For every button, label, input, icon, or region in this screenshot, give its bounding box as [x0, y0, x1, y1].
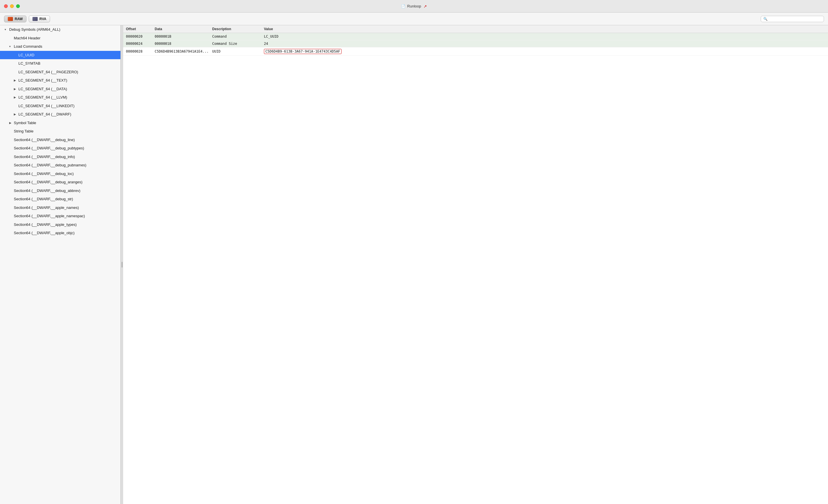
- sidebar-item-label: Section64 (__DWARF,__apple_objc): [14, 230, 75, 236]
- sidebar-item-label: LC_SEGMENT_64 (__PAGEZERO): [18, 69, 78, 75]
- cell-value: LC_UUID: [261, 33, 828, 40]
- sidebar-item-section64-debug-str[interactable]: Section64 (__DWARF,__debug_str): [0, 195, 120, 203]
- column-header-offset: Offset: [123, 25, 152, 33]
- disclosure-triangle: [14, 112, 18, 117]
- sidebar-item-lc-segment64-pagezero[interactable]: LC_SEGMENT_64 (__PAGEZERO): [0, 68, 120, 77]
- sidebar-item-label: LC_SYMTAB: [18, 61, 40, 66]
- sidebar-item-label: LC_SEGMENT_64 (__DATA): [18, 86, 67, 92]
- sidebar-item-label: LC_UUID: [18, 52, 35, 58]
- raw-label: RAW: [15, 17, 23, 21]
- disclosure-triangle: [5, 27, 9, 32]
- sidebar-item-label: LC_SEGMENT_64 (__LLVM): [18, 95, 67, 100]
- sidebar-item-lc-segment64-dwarf[interactable]: LC_SEGMENT_64 (__DWARF): [0, 110, 120, 119]
- title-text: Runloop: [407, 4, 421, 8]
- sidebar-item-label: Section64 (__DWARF,__debug_line): [14, 137, 75, 143]
- rva-icon: [33, 17, 38, 21]
- rva-label: RVA: [39, 17, 46, 21]
- sidebar-item-lc-segment64-linkedit[interactable]: LC_SEGMENT_64 (__LINKEDIT): [0, 102, 120, 110]
- minimize-button[interactable]: [10, 4, 14, 8]
- sidebar-item-label: Debug Symbols (ARM64_ALL): [9, 27, 60, 33]
- sidebar-item-mach64-header[interactable]: Mach64 Header: [0, 34, 120, 43]
- search-box[interactable]: 🔍: [761, 16, 824, 22]
- table-row[interactable]: 000000200000001BCommandLC_UUID: [123, 33, 828, 40]
- title-bar: 📄 Runloop ↗: [0, 0, 828, 13]
- sidebar-item-section64-apple-objc[interactable]: Section64 (__DWARF,__apple_objc): [0, 229, 120, 237]
- cell-offset: 00000028: [123, 47, 152, 56]
- sidebar-item-lc-uuid[interactable]: LC_UUID: [0, 51, 120, 59]
- sidebar-item-label: Section64 (__DWARF,__debug_loc): [14, 171, 74, 177]
- disclosure-triangle: [14, 87, 18, 91]
- window-title: 📄 Runloop ↗: [401, 4, 427, 9]
- disclosure-triangle: [14, 78, 18, 83]
- sidebar-item-section64-apple-names[interactable]: Section64 (__DWARF,__apple_names): [0, 203, 120, 212]
- search-icon: 🔍: [763, 17, 768, 21]
- data-table: Offset Data Description Value 0000002000…: [123, 25, 828, 56]
- sidebar-item-section64-debug-loc[interactable]: Section64 (__DWARF,__debug_loc): [0, 170, 120, 178]
- disclosure-triangle: [9, 121, 13, 125]
- rva-button[interactable]: RVA: [29, 15, 50, 22]
- table-row[interactable]: 00000028C5D6D4B9613B3A67941A1E4...UUIDC5…: [123, 47, 828, 56]
- sidebar-item-label: LC_SEGMENT_64 (__DWARF): [18, 111, 71, 117]
- sidebar-item-label: Section64 (__DWARF,__debug_abbrev): [14, 188, 81, 194]
- toolbar: RAW RVA 🔍: [0, 13, 828, 25]
- sidebar-item-string-table[interactable]: String Table: [0, 127, 120, 136]
- sidebar-item-symbol-table[interactable]: Symbol Table: [0, 119, 120, 127]
- table-body: 000000200000001BCommandLC_UUID0000002400…: [123, 33, 828, 56]
- sidebar-item-lc-segment64-text[interactable]: LC_SEGMENT_64 (__TEXT): [0, 76, 120, 85]
- cell-value: 24: [261, 40, 828, 47]
- traffic-lights: [4, 4, 20, 8]
- column-header-value: Value: [261, 25, 828, 33]
- sidebar-item-section64-debug-aranges[interactable]: Section64 (__DWARF,__debug_aranges): [0, 178, 120, 186]
- sidebar-item-label: Section64 (__DWARF,__debug_pubtypes): [14, 145, 84, 151]
- column-header-description: Description: [209, 25, 261, 33]
- cell-data: 0000001B: [152, 33, 209, 40]
- divider-handle: [122, 262, 122, 268]
- sidebar-item-lc-segment64-data[interactable]: LC_SEGMENT_64 (__DATA): [0, 85, 120, 93]
- title-arrow: ↗: [423, 4, 427, 9]
- sidebar-item-debug-symbols[interactable]: Debug Symbols (ARM64_ALL): [0, 25, 120, 34]
- cell-description: Command: [209, 33, 261, 40]
- cell-value: C5D6D4B9-613B-3A67-941A-1E4743C4D5AF: [261, 47, 828, 56]
- table-row[interactable]: 0000002400000018Command Size24: [123, 40, 828, 47]
- maximize-button[interactable]: [16, 4, 20, 8]
- cell-description: Command Size: [209, 40, 261, 47]
- sidebar-item-lc-segment64-llvm[interactable]: LC_SEGMENT_64 (__LLVM): [0, 93, 120, 102]
- sidebar-item-section64-debug-pubtypes[interactable]: Section64 (__DWARF,__debug_pubtypes): [0, 144, 120, 152]
- cell-description: UUID: [209, 47, 261, 56]
- raw-icon: [8, 17, 13, 21]
- column-header-data: Data: [152, 25, 209, 33]
- sidebar-item-section64-debug-info[interactable]: Section64 (__DWARF,__debug_info): [0, 152, 120, 161]
- content-panel: Offset Data Description Value 0000002000…: [123, 25, 828, 504]
- disclosure-triangle: [9, 44, 13, 49]
- panel-divider[interactable]: [121, 25, 123, 504]
- sidebar-item-label: Section64 (__DWARF,__debug_aranges): [14, 179, 83, 185]
- table-header-row: Offset Data Description Value: [123, 25, 828, 33]
- sidebar-item-lc-symtab[interactable]: LC_SYMTAB: [0, 59, 120, 68]
- sidebar-item-label: Mach64 Header: [14, 35, 41, 41]
- sidebar-item-label: LC_SEGMENT_64 (__LINKEDIT): [18, 103, 75, 109]
- sidebar-item-label: String Table: [14, 129, 33, 134]
- sidebar-item-label: Load Commands: [14, 44, 42, 49]
- sidebar-item-label: Symbol Table: [14, 120, 36, 126]
- disclosure-triangle: [14, 95, 18, 99]
- cell-data: 00000018: [152, 40, 209, 47]
- raw-button[interactable]: RAW: [4, 15, 27, 22]
- sidebar-item-label: Section64 (__DWARF,__debug_str): [14, 196, 73, 202]
- sidebar-item-label: Section64 (__DWARF,__apple_names): [14, 205, 79, 211]
- highlighted-value: C5D6D4B9-613B-3A67-941A-1E4743C4D5AF: [264, 49, 341, 54]
- file-icon: 📄: [401, 4, 405, 8]
- search-input[interactable]: [769, 17, 821, 21]
- cell-offset: 00000024: [123, 40, 152, 47]
- sidebar-item-section64-debug-pubnames[interactable]: Section64 (__DWARF,__debug_pubnames): [0, 161, 120, 170]
- sidebar-item-section64-apple-types[interactable]: Section64 (__DWARF,__apple_types): [0, 220, 120, 229]
- close-button[interactable]: [4, 4, 8, 8]
- main-layout: Debug Symbols (ARM64_ALL)Mach64 HeaderLo…: [0, 25, 828, 504]
- sidebar-item-label: Section64 (__DWARF,__apple_namespac): [14, 213, 85, 219]
- cell-data: C5D6D4B9613B3A67941A1E4...: [152, 47, 209, 56]
- sidebar-item-section64-apple-namespac[interactable]: Section64 (__DWARF,__apple_namespac): [0, 212, 120, 220]
- sidebar-item-section64-debug-line[interactable]: Section64 (__DWARF,__debug_line): [0, 136, 120, 144]
- sidebar-item-label: Section64 (__DWARF,__debug_info): [14, 154, 75, 160]
- sidebar: Debug Symbols (ARM64_ALL)Mach64 HeaderLo…: [0, 25, 121, 504]
- sidebar-item-section64-debug-abbrev[interactable]: Section64 (__DWARF,__debug_abbrev): [0, 186, 120, 195]
- sidebar-item-load-commands[interactable]: Load Commands: [0, 42, 120, 51]
